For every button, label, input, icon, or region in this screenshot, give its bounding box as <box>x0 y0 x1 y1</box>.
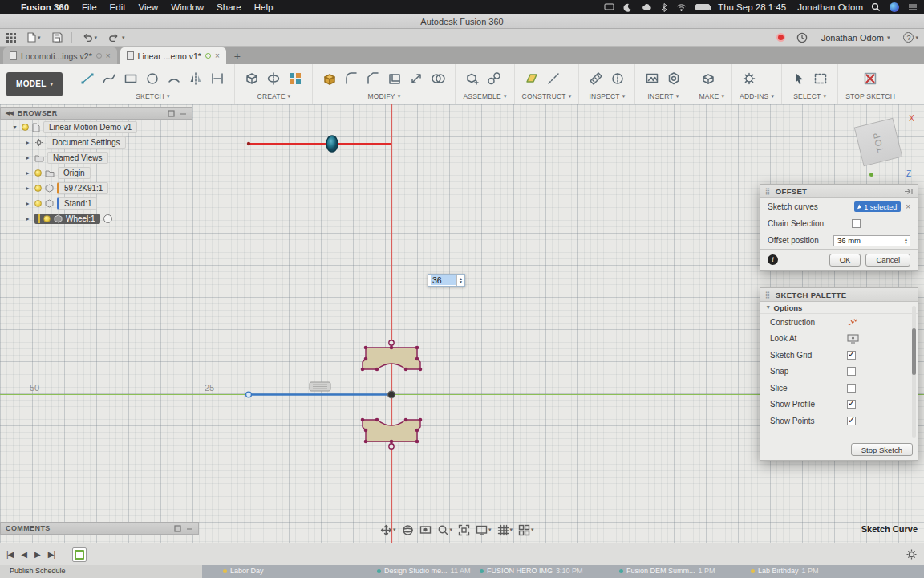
show-profile-checkbox[interactable] <box>847 400 856 409</box>
make-print-icon[interactable] <box>699 69 718 88</box>
browser-row-origin[interactable]: ▸ Origin <box>0 165 192 181</box>
display-settings-button[interactable]: ▾ <box>476 524 492 536</box>
selection-chip[interactable]: 1 selected <box>854 201 901 212</box>
browser-row-named-views[interactable]: ▸ Named Views <box>0 150 192 165</box>
caret-down-icon[interactable]: ▾ <box>488 527 492 533</box>
info-icon[interactable]: i <box>768 254 778 265</box>
browser-row-component-wheel[interactable]: ▸ Wheel:1 <box>0 211 192 226</box>
menu-app-name[interactable]: Fusion 360 <box>21 2 69 12</box>
inspect-section-icon[interactable] <box>608 69 627 88</box>
menu-window[interactable]: Window <box>171 2 204 12</box>
capture-record-button[interactable] <box>771 29 791 47</box>
assemble-joint-icon[interactable] <box>484 69 504 88</box>
cloud-sync-icon[interactable] <box>641 3 652 11</box>
visibility-bulb-icon[interactable] <box>43 215 51 222</box>
collapse-icon[interactable]: ◀◀ <box>6 110 13 116</box>
sketch-spline-icon[interactable] <box>99 69 119 88</box>
look-at-icon[interactable] <box>847 334 859 344</box>
help-menu[interactable]: ? ▾ <box>898 29 924 47</box>
timeline-skip-end-button[interactable]: ▶| <box>48 550 55 559</box>
timeline-step-back-button[interactable]: ◀ <box>21 550 26 559</box>
stop-sketch-button[interactable]: Stop Sketch <box>851 443 913 456</box>
bluetooth-icon[interactable] <box>661 3 667 12</box>
spotlight-search-icon[interactable] <box>871 2 881 12</box>
file-menu-button[interactable]: ▾ <box>22 29 47 47</box>
browser-item-label[interactable]: Origin <box>58 167 91 179</box>
sketch-grid-checkbox[interactable] <box>847 351 856 360</box>
ribbon-group-label-assemble[interactable]: ASSEMBLE▾ <box>463 91 506 101</box>
menubar-user[interactable]: Jonathan Odom <box>797 2 863 12</box>
ribbon-group-label-construct[interactable]: CONSTRUCT▾ <box>522 91 572 101</box>
offset-position-input[interactable]: 36 mm ▲▼ <box>833 235 910 246</box>
visibility-bulb-icon[interactable] <box>34 169 42 177</box>
caret-down-icon[interactable]: ▾ <box>122 35 125 41</box>
ribbon-group-label-select[interactable]: SELECT▾ <box>789 91 830 101</box>
redo-button[interactable]: ▾ <box>103 29 131 47</box>
snap-checkbox[interactable] <box>847 367 856 376</box>
siri-icon[interactable] <box>890 2 899 12</box>
sketch-line-icon[interactable] <box>78 69 97 88</box>
modify-chamfer-icon[interactable] <box>363 69 383 88</box>
sketch-arc-icon[interactable] <box>164 69 184 88</box>
workspace-selector[interactable]: MODEL ▾ <box>6 72 63 96</box>
sketch-dimension-icon[interactable] <box>208 69 227 88</box>
modify-shell-icon[interactable] <box>385 69 404 88</box>
chevron-right-icon[interactable]: ▸ <box>24 154 31 161</box>
browser-row-component-stand[interactable]: ▸ Stand:1 <box>0 196 192 211</box>
menu-file[interactable]: File <box>82 2 97 12</box>
moon-dnd-icon[interactable] <box>623 3 632 12</box>
ribbon-group-label-addins[interactable]: ADD-INS▾ <box>740 91 774 101</box>
display-status-icon[interactable] <box>604 3 614 11</box>
ribbon-group-label-create[interactable]: CREATE▾ <box>242 91 305 101</box>
browser-item-label[interactable]: Stand:1 <box>57 197 97 210</box>
caret-down-icon[interactable]: ▾ <box>393 527 396 533</box>
browser-item-label[interactable]: Wheel:1 <box>66 214 95 223</box>
close-icon[interactable]: × <box>106 51 111 60</box>
orbit-button[interactable] <box>402 524 414 536</box>
dock-icon[interactable] <box>168 110 175 117</box>
options-section-header[interactable]: ▾ Options <box>760 302 918 314</box>
browser-header[interactable]: ◀◀ BROWSER <box>0 107 192 120</box>
create-pattern-icon[interactable] <box>286 69 305 88</box>
menubar-clock[interactable]: Thu Sep 28 1:45 <box>718 2 786 12</box>
viewcube-face[interactable]: TOP <box>854 118 903 167</box>
browser-row-document-settings[interactable]: ▸ Document Settings <box>0 135 192 150</box>
timeline-play-button[interactable]: ▶ <box>34 550 40 559</box>
ribbon-group-label-modify[interactable]: MODIFY▾ <box>320 91 448 101</box>
inspect-measure-icon[interactable] <box>586 69 606 88</box>
selected-row-highlight[interactable]: Wheel:1 <box>34 214 100 224</box>
visibility-bulb-icon[interactable] <box>22 124 29 131</box>
browser-item-label[interactable]: Document Settings <box>47 136 126 149</box>
close-icon[interactable]: × <box>215 51 220 60</box>
menu-share[interactable]: Share <box>217 2 241 12</box>
caret-down-icon[interactable]: ▾ <box>95 35 98 41</box>
insert-fastener-icon[interactable] <box>664 69 683 88</box>
chevron-right-icon[interactable]: ▸ <box>24 215 31 222</box>
browser-root-row[interactable]: ▾ Linear Motion Demo v1 <box>0 120 192 135</box>
scrollbar-thumb[interactable] <box>912 328 916 375</box>
value-spinner[interactable]: ▲▼ <box>456 275 464 286</box>
sketch-circle-icon[interactable] <box>143 69 162 88</box>
menu-edit[interactable]: Edit <box>110 2 126 12</box>
sketch-mirror-icon[interactable] <box>186 69 205 88</box>
timeline-sketch-feature[interactable] <box>72 547 87 562</box>
construct-axis-icon[interactable] <box>544 69 563 88</box>
position-spinner[interactable]: ▲▼ <box>902 236 910 246</box>
visibility-bulb-icon[interactable] <box>34 200 42 207</box>
clear-selection-icon[interactable]: × <box>906 202 910 211</box>
create-extrude-icon[interactable] <box>242 69 261 88</box>
drag-grip-icon[interactable]: ⣿ <box>765 188 771 195</box>
viewcube[interactable]: TOP X Z <box>857 119 903 165</box>
show-points-checkbox[interactable] <box>847 417 856 425</box>
chevron-down-icon[interactable]: ▾ <box>11 124 18 131</box>
ribbon-group-label-sketch[interactable]: SKETCH▾ <box>78 91 227 101</box>
pan-button[interactable]: ▾ <box>380 524 396 536</box>
drag-grip-icon[interactable]: ⣿ <box>765 291 771 299</box>
caret-down-icon[interactable]: ▾ <box>450 527 453 533</box>
wifi-icon[interactable] <box>676 3 687 11</box>
construct-plane-icon[interactable] <box>522 69 541 88</box>
pin-panel-icon[interactable] <box>904 188 913 195</box>
timeline-settings-gear-icon[interactable] <box>906 548 918 560</box>
slice-checkbox[interactable] <box>847 384 856 393</box>
fit-button[interactable] <box>458 524 470 536</box>
